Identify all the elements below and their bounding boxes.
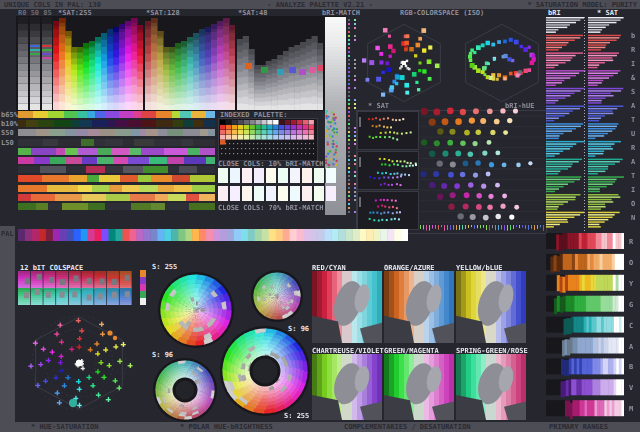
indexed-palette-grid bbox=[220, 120, 314, 157]
strip-segment bbox=[174, 185, 191, 192]
strip-segment bbox=[18, 148, 31, 155]
strip-segment bbox=[184, 157, 207, 164]
strip-segment bbox=[18, 120, 26, 127]
strip-row bbox=[18, 120, 215, 127]
strip-segment bbox=[140, 129, 147, 136]
strip-segment bbox=[131, 129, 140, 136]
strip-segment bbox=[18, 157, 34, 164]
strip-segment bbox=[18, 129, 36, 136]
strip-segment bbox=[87, 111, 95, 118]
strip-segment bbox=[18, 194, 31, 201]
strip-segment bbox=[69, 175, 87, 182]
close-col-swatch bbox=[266, 186, 276, 201]
strip-segment bbox=[200, 148, 215, 155]
range-label-B: B bbox=[629, 363, 633, 371]
strip-segment bbox=[200, 129, 208, 136]
close-col-swatch bbox=[326, 168, 336, 183]
footer-primary-ranges: PRIMARY RANGES bbox=[549, 423, 608, 431]
close-cols-70-label: CLOSE COLS: 70% bRI-MATCH bbox=[218, 204, 323, 212]
strip-segment bbox=[66, 166, 86, 173]
strip-segment bbox=[88, 203, 105, 210]
strip-segment bbox=[146, 129, 157, 136]
strip-segment bbox=[82, 194, 106, 201]
strip-segment bbox=[105, 139, 123, 146]
range-label-A: A bbox=[629, 343, 633, 351]
strip-segment bbox=[34, 157, 50, 164]
footer-bar: * HUE-SATURATION * POLAR HUE-bRIGHTNESS … bbox=[0, 422, 640, 432]
unique-cols-count: UNIQUE COLS IN PAL: 130 bbox=[4, 1, 101, 9]
hue-brightness-wheel-s96 bbox=[251, 270, 303, 322]
strip-segment bbox=[78, 185, 92, 192]
hue-brightness-chart-sat255 bbox=[53, 17, 143, 110]
strip-segment bbox=[36, 203, 48, 210]
strip-segment bbox=[42, 175, 69, 182]
strip-segment bbox=[197, 166, 215, 173]
strip-segment bbox=[151, 175, 172, 182]
sat-column-label: * SAT bbox=[597, 9, 618, 17]
close-col-swatch bbox=[254, 186, 264, 201]
strip-segment bbox=[65, 148, 78, 155]
range-label-V: V bbox=[629, 384, 633, 392]
strip-segment bbox=[65, 129, 74, 136]
strip-segment bbox=[111, 148, 129, 155]
sat-scatter-label: * SAT bbox=[368, 102, 389, 110]
vertical-letter: U bbox=[631, 130, 635, 144]
strip-segment bbox=[18, 175, 42, 182]
strip-segment bbox=[105, 166, 123, 173]
strip-row bbox=[18, 157, 215, 164]
strip-segment bbox=[87, 175, 98, 182]
grayscale-columns-chart bbox=[18, 17, 52, 110]
vertical-letter: I bbox=[631, 186, 635, 200]
hue-brightness-donut-s255 bbox=[220, 325, 310, 417]
vertical-letter: S bbox=[631, 88, 635, 102]
footer-complementaries: COMPLEMENTARIES / DESATURATION bbox=[344, 423, 470, 431]
range-label-C: C bbox=[629, 322, 633, 330]
sat-scatter-panels bbox=[357, 111, 419, 231]
strip-segment bbox=[71, 120, 78, 127]
strip-segment bbox=[31, 194, 55, 201]
wheel4-label: S: 255 bbox=[284, 412, 309, 420]
strip-segment bbox=[88, 129, 100, 136]
strip-row bbox=[18, 194, 215, 201]
strip-segment bbox=[107, 120, 116, 127]
strip-label-b65%: b65% bbox=[1, 111, 18, 119]
strip-segment bbox=[54, 120, 71, 127]
vertical-letter: & bbox=[631, 74, 635, 88]
strip-segment bbox=[139, 185, 158, 192]
range-label-O: O bbox=[629, 259, 633, 267]
vertical-letter: R bbox=[631, 144, 635, 158]
range-label-G: G bbox=[629, 301, 633, 309]
legend-segment bbox=[140, 298, 146, 305]
strip-label-L50: L50 bbox=[1, 139, 14, 147]
strip-segment bbox=[206, 111, 215, 118]
bri-saturation-vertical-text: bRI&SATURATION bbox=[628, 32, 638, 228]
range-label-Y: Y bbox=[629, 280, 633, 288]
bri-hue-dot-matrix bbox=[420, 106, 544, 232]
strip-label-S50: S50 bbox=[1, 129, 14, 137]
strip-segment bbox=[18, 166, 40, 173]
strip-segment bbox=[206, 157, 215, 164]
strip-segment bbox=[18, 139, 43, 146]
hue-brightness-chart-sat48 bbox=[237, 17, 323, 110]
close-col-swatch bbox=[230, 186, 240, 201]
strip-segment bbox=[98, 148, 111, 155]
strip-segment bbox=[172, 111, 181, 118]
legend-segment bbox=[140, 270, 146, 277]
strip-segment bbox=[189, 203, 215, 210]
range-label-R: R bbox=[629, 238, 633, 246]
strip-segment bbox=[156, 111, 172, 118]
strip-segment bbox=[105, 203, 131, 210]
strip-segment bbox=[168, 166, 179, 173]
vertical-letter: b bbox=[631, 32, 635, 46]
strip-row bbox=[18, 185, 215, 192]
strip-segment bbox=[187, 148, 200, 155]
comp-tile-orange-azure bbox=[384, 271, 454, 343]
strip-segment bbox=[92, 185, 109, 192]
strip-segment bbox=[100, 129, 114, 136]
strip-segment bbox=[190, 175, 215, 182]
strip-segment bbox=[128, 157, 150, 164]
wheel1-label: S: 255 bbox=[152, 263, 177, 271]
colspace-tiles bbox=[18, 271, 132, 305]
strip-segment bbox=[86, 166, 105, 173]
vertical-letter: O bbox=[631, 200, 635, 214]
